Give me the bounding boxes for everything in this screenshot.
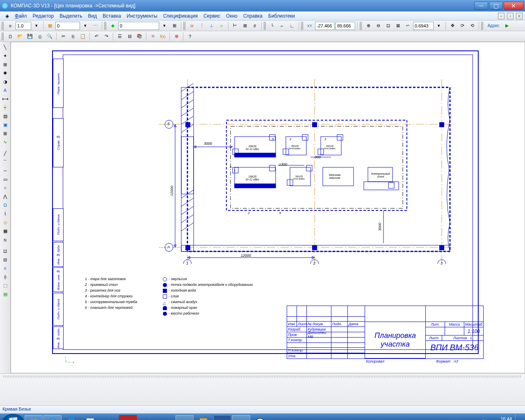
taskbar-chat-icon[interactable]: 💬 <box>251 415 269 420</box>
property-panel[interactable] <box>0 373 525 405</box>
tree-icon[interactable]: ⊟ <box>125 32 134 41</box>
dropdown-arrow-icon[interactable]: ▾ <box>434 21 443 30</box>
hatch2-icon[interactable]: ⧅ <box>1 235 10 244</box>
address-label-icon[interactable]: Адрес <box>485 21 502 30</box>
menu-spec[interactable]: Спецификация <box>161 12 200 20</box>
taskbar-utorrent-icon[interactable]: µ <box>176 415 194 420</box>
coord-y-input[interactable] <box>336 22 355 30</box>
rotate-view-icon[interactable]: ⟳ <box>458 21 467 30</box>
geom-circle-icon[interactable]: ◑ <box>1 78 10 86</box>
toolbar-grip[interactable] <box>104 22 106 30</box>
dropdown-arrow-icon[interactable]: ▾ <box>81 21 90 30</box>
save-icon[interactable]: 💾 <box>25 32 34 41</box>
mdi-minimize[interactable]: − <box>498 13 504 19</box>
table-icon[interactable]: ⊞ <box>1 129 10 137</box>
toolbar-grip[interactable] <box>481 22 483 30</box>
taskbar-chrome-icon[interactable]: 🌐 <box>62 415 80 420</box>
system-menu-icon[interactable]: ◈ <box>2 11 11 21</box>
taskbar-nettool-icon[interactable]: 📶 <box>194 415 212 420</box>
xy-icon[interactable]: XY <box>305 21 314 30</box>
layer-btn[interactable]: ▦ <box>46 21 55 30</box>
zoom-out-icon[interactable]: ⊖ <box>374 21 383 30</box>
zoom-fit-icon[interactable]: ⊠ <box>393 21 402 30</box>
maximize-button[interactable]: ▢ <box>489 2 503 10</box>
taskbar-kompas-icon[interactable] <box>43 415 62 420</box>
undo-icon[interactable]: ↶ <box>92 32 101 41</box>
dim-icon[interactable]: ⟷ <box>1 95 10 103</box>
toolbar-grip[interactable] <box>301 22 303 30</box>
geom-point-icon[interactable]: ✱ <box>1 69 10 77</box>
color-btn[interactable]: ◆ <box>108 21 117 30</box>
toolbar-grip[interactable] <box>264 22 266 30</box>
minimize-button[interactable]: ─ <box>474 2 488 10</box>
toolbar-grip[interactable] <box>360 22 362 30</box>
zoom-window-icon[interactable]: ⊡ <box>383 21 393 30</box>
open-icon[interactable]: 📂 <box>16 32 25 41</box>
taskbar-steam-icon[interactable]: ◐ <box>138 415 156 420</box>
grid-icon[interactable]: ⊞ <box>240 21 249 30</box>
color-input[interactable] <box>118 22 159 30</box>
param-icon[interactable]: ≡ <box>1 264 10 272</box>
geom-grid-icon[interactable]: ⊞ <box>1 60 10 68</box>
toolbar-grip[interactable] <box>2 32 4 41</box>
ortho-mode-icon[interactable]: ⊢ <box>231 21 240 30</box>
menu-insert[interactable]: Вставка <box>100 12 123 20</box>
menu-help[interactable]: Справка <box>241 12 265 20</box>
help-icon[interactable]: ? <box>185 32 194 41</box>
axis-icon[interactable]: ┿ <box>1 103 10 112</box>
menu-libs[interactable]: Библиотеки <box>266 12 297 20</box>
fx-icon[interactable]: f(x) <box>158 32 167 41</box>
local-cs-icon[interactable]: └ <box>268 21 277 30</box>
redo-icon[interactable]: ↷ <box>102 32 111 41</box>
pan-icon[interactable]: ✥ <box>448 21 457 30</box>
menu-service[interactable]: Сервис <box>201 12 223 20</box>
zoom-in-icon[interactable]: ⊕ <box>364 21 373 30</box>
menu-select[interactable]: Выделить <box>57 12 84 20</box>
nurbs-icon[interactable]: ⌇ <box>1 210 10 218</box>
line-weight-input[interactable] <box>16 22 31 30</box>
zoom-input[interactable] <box>413 22 434 30</box>
menu-view[interactable]: Вид <box>86 12 100 20</box>
dropdown-arrow-icon[interactable]: ▾ <box>160 21 169 30</box>
segment-icon[interactable]: ╱ <box>1 149 10 158</box>
mirror-icon[interactable]: ⊟ <box>1 256 10 264</box>
print-icon[interactable]: ⎙ <box>35 32 44 41</box>
rect-icon[interactable]: ▭ <box>1 175 10 183</box>
menu-edit[interactable]: Редактор <box>30 12 57 20</box>
hatch-icon[interactable]: ▨ <box>1 112 10 120</box>
round-icon[interactable]: ○ <box>217 21 226 30</box>
stop-icon[interactable]: ⊗ <box>172 32 181 41</box>
bluebox-icon[interactable]: ▣ <box>1 121 10 129</box>
text-icon[interactable]: A <box>1 86 10 94</box>
arc-icon[interactable]: ⌒ <box>1 158 10 166</box>
spline-icon[interactable]: ∿ <box>1 138 10 146</box>
measure-icon[interactable]: ⟠ <box>1 273 10 281</box>
snap-options-icon[interactable]: ⋮ <box>197 21 206 30</box>
copy-icon[interactable]: ⎘ <box>68 32 78 41</box>
mdi-restore[interactable]: ▫ <box>507 13 514 19</box>
paste-icon[interactable]: 📋 <box>78 32 87 41</box>
mdi-close[interactable]: × <box>516 13 523 19</box>
new-icon[interactable]: 🗋 <box>6 32 15 41</box>
bezier-icon[interactable]: Ω <box>1 201 10 209</box>
cut-icon[interactable]: ✂ <box>59 32 68 41</box>
toolbar-grip[interactable] <box>2 22 4 30</box>
preview-icon[interactable]: 🔍 <box>45 32 54 41</box>
toolbar-grip[interactable] <box>183 22 185 30</box>
taskbar-kinopoisk-icon[interactable]: ▶ <box>157 415 175 420</box>
ortho-icon[interactable]: ⊥ <box>207 21 216 30</box>
ellipse-icon[interactable]: ○ <box>1 184 10 192</box>
status-btn[interactable]: ⋯ <box>91 21 100 30</box>
taskbar-daemon-icon[interactable]: ◎ <box>232 415 250 420</box>
grid-step-icon[interactable]: # <box>250 21 259 30</box>
taskbar-autocad-icon[interactable]: A <box>119 415 137 420</box>
layer-input[interactable] <box>55 22 80 30</box>
coord-x-input[interactable] <box>315 22 335 30</box>
show-desktop-button[interactable] <box>515 414 519 420</box>
tray-clock[interactable]: 16:44 30.05.2014 <box>489 416 512 420</box>
drawing-canvas[interactable]: Перв. примен. Справ. № Подп. и дата Инв.… <box>11 42 525 373</box>
menu-window[interactable]: Окно <box>224 12 240 20</box>
start-button[interactable] <box>2 414 24 420</box>
equidist-icon[interactable]: ◎ <box>1 218 10 226</box>
properties-icon[interactable]: ☰ <box>115 32 124 41</box>
